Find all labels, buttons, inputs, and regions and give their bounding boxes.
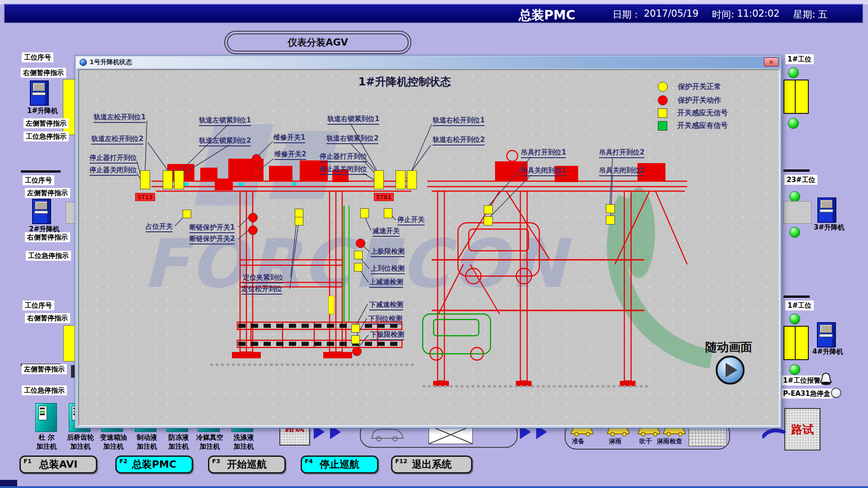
dialog-canvas: FORCECON <box>78 69 780 426</box>
date-value: 2017/05/19 <box>644 8 698 21</box>
section-divider <box>783 296 810 298</box>
filler-machine-icon[interactable] <box>35 403 57 432</box>
legend-yellow-square-icon <box>658 108 667 118</box>
follow-screen-label: 随动画面 <box>705 339 752 355</box>
label-rail-left-loose-2: 轨道左松开到位2 <box>91 135 143 145</box>
fkey-code: F3 <box>212 458 220 465</box>
label-chain-protect-1: 断链保护开关1 <box>189 223 235 233</box>
indicator-square-yellow <box>374 170 384 189</box>
time-value: 11:02:02 <box>737 8 779 21</box>
station-tag-st01: ST01 <box>374 193 394 201</box>
lifter3-label: 3#升降机 <box>814 223 844 232</box>
indicator-square-yellow <box>396 170 406 189</box>
indicator-square-yellow <box>407 170 417 189</box>
label-stopper-open-left: 停止器打开到位 <box>90 154 137 164</box>
date-label: 日期： <box>613 8 641 21</box>
lifter4-icon[interactable] <box>817 322 836 347</box>
estop-label-2: 工位急停指示 <box>26 251 71 261</box>
right-pause-label-3: 右侧暂停指示 <box>25 313 70 323</box>
estop-box-icon <box>831 388 841 398</box>
lifter1-icon[interactable] <box>30 80 49 106</box>
label-rail-left-lock-1: 轨道左锁紧到位1 <box>199 116 251 126</box>
lifter1-label: 1#升降机 <box>27 107 58 115</box>
legend-red-circle-icon <box>658 95 668 105</box>
estop-label-3: 工位急停指示 <box>22 385 67 395</box>
left-pause-label-3: 左侧暂停指示 <box>22 364 67 374</box>
agv-banner: 仪表分装AGV <box>224 31 411 54</box>
status-ball-green <box>789 364 800 375</box>
dialog-titlebar[interactable]: 1号升降机状态 <box>76 56 780 68</box>
station-tag-st13: ST13 <box>135 193 155 201</box>
agv-banner-label: 仪表分装AGV <box>227 33 409 52</box>
label-hanger-close-2: 吊具关闭到位2 <box>599 166 644 176</box>
lifter4-label: 4#升降机 <box>812 347 843 356</box>
label-occupy-switch: 占位开关 <box>146 222 173 232</box>
station-cell-gray <box>783 201 811 224</box>
indicator-square-yellow <box>174 170 184 189</box>
close-icon[interactable]: ✕ <box>764 57 778 66</box>
station-23-label: 23#工位 <box>784 175 817 185</box>
estop-box-label: P-EA31急停盒 <box>781 389 833 399</box>
road-test-right-button[interactable]: 路试 <box>784 408 821 450</box>
fkey-f12-button[interactable]: F12 退出系统 <box>391 455 472 474</box>
left-pause-label-1: 左侧暂停指示 <box>24 118 69 128</box>
play-icon[interactable] <box>716 356 745 385</box>
indicator-square-yellow <box>360 208 369 218</box>
section-divider <box>21 170 61 173</box>
legend-item: 保护开关正常 <box>658 82 721 92</box>
label-stop-switch: 停止开关 <box>397 216 425 225</box>
label-position-loose: 定位松开到位 <box>241 285 282 295</box>
fkey-code: F2 <box>119 458 127 465</box>
dialog-title: 1号升降机状态 <box>90 58 132 66</box>
label-maint-switch-2: 维修开关2 <box>274 150 306 160</box>
label-rail-left-lock-2: 轨道左锁紧到位2 <box>199 136 251 146</box>
legend-item: 开关感应无信号 <box>658 108 728 118</box>
label-stopper-close-mid: 停止器关闭到位 <box>320 165 367 175</box>
station-1-label: 1#工位 <box>785 300 814 310</box>
label-rail-right-lock-2: 轨道右锁紧到位2 <box>326 134 378 144</box>
time-label: 时间: <box>712 8 734 21</box>
fkey-f4-button[interactable]: F4 停止巡航 <box>301 455 378 474</box>
lifter1-status-dialog: 1号升降机状态 ✕ FORCECON <box>75 55 782 428</box>
right-pause-label-2: 右侧暂停指示 <box>25 232 70 242</box>
indicator-circle-red <box>248 213 258 222</box>
status-ball-green <box>789 314 800 324</box>
fkey-code: F4 <box>305 458 313 465</box>
indicator-square-yellow <box>606 216 615 225</box>
station-cell-yellow <box>783 326 809 360</box>
legend-green-square-icon <box>658 121 667 131</box>
indicator-square-yellow <box>484 216 493 225</box>
legend-item: 保护开关动作 <box>658 95 721 105</box>
label-maint-switch-1: 维修开关1 <box>274 133 305 143</box>
fkey-f1-button[interactable]: F1 总装AVI <box>19 455 97 474</box>
week-label: 星期: <box>793 8 815 21</box>
fkey-f2-button[interactable]: F2 总装PMC <box>115 455 193 474</box>
indicator-square-yellow <box>163 170 173 189</box>
bottom-border <box>0 486 868 488</box>
dialog-icon <box>80 59 87 66</box>
fkey-label: 开始巡航 <box>227 458 267 471</box>
status-ball-green <box>788 118 799 129</box>
station-1-top-label: 1#工位 <box>785 54 814 64</box>
car-outline-icon <box>369 427 405 442</box>
label-slow-switch: 减速开关 <box>373 227 400 237</box>
wash-step-label: 淋雨 <box>609 437 622 446</box>
machine-label: 洗涤液加注机 <box>223 433 264 451</box>
right-pause-label-1: 右侧暂停指示 <box>21 68 66 78</box>
label-rail-left-loose-1: 轨道左松开到位1 <box>94 113 146 123</box>
wash-step-label: 淋雨检查 <box>657 437 682 446</box>
indicator-square-yellow <box>295 217 303 225</box>
lifter2-icon[interactable] <box>32 199 51 224</box>
status-ball-green <box>789 191 800 202</box>
week-value: 五 <box>818 8 828 21</box>
label-position-clamp: 定位夹紧到位 <box>243 273 283 283</box>
indicator-square-yellow <box>354 251 363 259</box>
fkey-f3-button[interactable]: F3 开始巡航 <box>208 455 286 474</box>
indicator-square-yellow <box>606 204 615 213</box>
label-up-slow: 上减速检测 <box>369 278 403 288</box>
indicator-square-yellow <box>295 209 303 217</box>
indicator-square-yellow <box>384 208 392 218</box>
dialog-heading: 1#升降机控制状态 <box>323 75 486 89</box>
lifter3-icon[interactable] <box>817 197 836 223</box>
header-bar: 总装PMC 日期： 2017/05/19 时间: 11:02:02 星期: 五 <box>4 4 863 23</box>
